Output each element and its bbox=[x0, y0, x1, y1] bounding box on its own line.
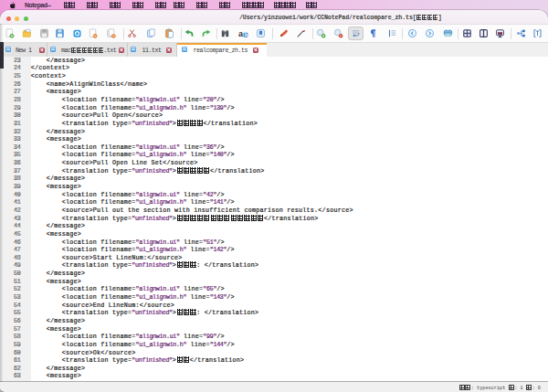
svg-text:a: a bbox=[238, 28, 244, 37]
svg-text:b: b bbox=[244, 32, 248, 37]
